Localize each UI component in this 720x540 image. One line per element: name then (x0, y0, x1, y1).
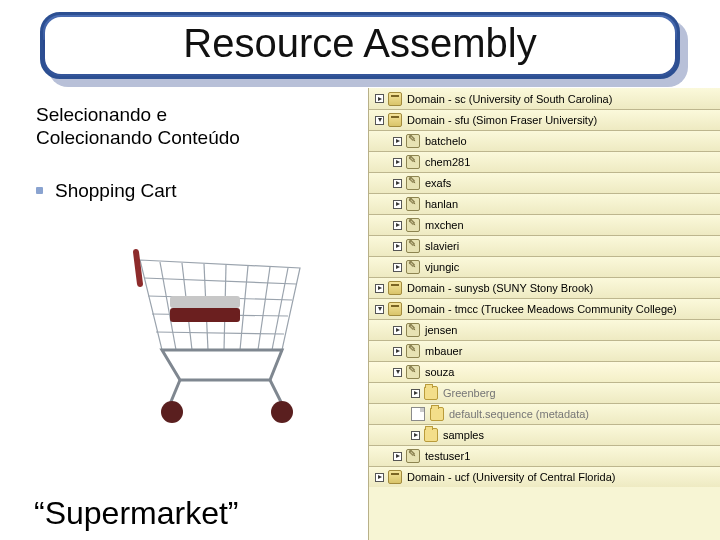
svg-point-15 (271, 401, 293, 423)
server-icon (388, 113, 402, 127)
expand-toggle[interactable] (375, 94, 384, 103)
subtitle-line-2: Colecionando Conteúdo (36, 127, 240, 148)
tree-label: samples (443, 429, 484, 441)
expand-toggle[interactable] (393, 158, 402, 167)
tree-label: Domain - sunysb (SUNY Stony Brook) (407, 282, 593, 294)
tree-label: Greenberg (443, 387, 496, 399)
svg-line-13 (270, 380, 282, 404)
tree-label: batchelo (425, 135, 467, 147)
tree-label: testuser1 (425, 450, 470, 462)
bullet-item: Shopping Cart (36, 180, 356, 202)
server-icon (388, 470, 402, 484)
expand-toggle[interactable] (393, 179, 402, 188)
tree-row-domain-sunysb[interactable]: Domain - sunysb (SUNY Stony Brook) (369, 277, 720, 298)
tree-label: jensen (425, 324, 457, 336)
tree-row-user-mxchen[interactable]: mxchen (369, 214, 720, 235)
tree-label: vjungic (425, 261, 459, 273)
tree-row-user-chem281[interactable]: chem281 (369, 151, 720, 172)
shopping-cart-image (110, 240, 330, 430)
tree-label: Domain - tmcc (Truckee Meadows Community… (407, 303, 677, 315)
expand-toggle[interactable] (411, 431, 420, 440)
folder-icon (430, 407, 444, 421)
folder-icon (424, 428, 438, 442)
tree-row-user-hanlan[interactable]: hanlan (369, 193, 720, 214)
resource-tree-panel: Domain - sc (University of South Carolin… (368, 88, 720, 540)
tree-row-item-default-sequence[interactable]: default.sequence (metadata) (369, 403, 720, 424)
tree-label: mbauer (425, 345, 462, 357)
subtitle-line-1: Selecionando e (36, 104, 167, 125)
user-icon (406, 239, 420, 253)
server-icon (388, 302, 402, 316)
user-icon (406, 134, 420, 148)
expand-toggle[interactable] (393, 452, 402, 461)
tree-row-domain-ucf[interactable]: Domain - ucf (University of Central Flor… (369, 466, 720, 487)
footer-quote: “Supermarket” (34, 495, 239, 532)
tree-row-user-vjungic[interactable]: vjungic (369, 256, 720, 277)
bullet-label: Shopping Cart (55, 180, 176, 202)
tree-row-folder-samples[interactable]: samples (369, 424, 720, 445)
user-icon (406, 197, 420, 211)
svg-line-6 (272, 268, 288, 350)
expand-toggle[interactable] (393, 326, 402, 335)
tree-label: hanlan (425, 198, 458, 210)
tree-label: exafs (425, 177, 451, 189)
slide-title: Resource Assembly (45, 21, 675, 66)
expand-toggle[interactable] (411, 389, 420, 398)
svg-line-12 (170, 380, 180, 404)
expand-toggle[interactable] (393, 221, 402, 230)
tree-label: mxchen (425, 219, 464, 231)
svg-point-14 (161, 401, 183, 423)
expand-toggle[interactable] (393, 368, 402, 377)
expand-toggle[interactable] (393, 137, 402, 146)
server-icon (388, 92, 402, 106)
tree-row-user-souza[interactable]: souza (369, 361, 720, 382)
user-icon (406, 218, 420, 232)
tree-label: default.sequence (metadata) (449, 408, 589, 420)
user-icon (406, 449, 420, 463)
expand-toggle[interactable] (375, 305, 384, 314)
user-icon (406, 155, 420, 169)
tree-label: Domain - sfu (Simon Fraser University) (407, 114, 597, 126)
title-frame: Resource Assembly (40, 12, 680, 79)
tree-row-user-jensen[interactable]: jensen (369, 319, 720, 340)
svg-rect-17 (170, 296, 240, 308)
server-icon (388, 281, 402, 295)
tree-label: souza (425, 366, 454, 378)
expand-toggle[interactable] (393, 200, 402, 209)
svg-rect-16 (170, 308, 240, 322)
left-content: Selecionando e Colecionando Conteúdo Sho… (36, 104, 356, 202)
title-banner: Resource Assembly (40, 12, 680, 79)
tree-label: chem281 (425, 156, 470, 168)
tree-row-user-exafs[interactable]: exafs (369, 172, 720, 193)
expand-toggle[interactable] (393, 263, 402, 272)
user-icon (406, 344, 420, 358)
user-icon (406, 323, 420, 337)
page-icon (411, 407, 425, 421)
expand-toggle[interactable] (393, 347, 402, 356)
user-icon (406, 365, 420, 379)
svg-line-5 (258, 267, 270, 350)
tree-row-domain-sc[interactable]: Domain - sc (University of South Carolin… (369, 88, 720, 109)
tree-label: slavieri (425, 240, 459, 252)
tree-row-user-testuser1[interactable]: testuser1 (369, 445, 720, 466)
tree-row-user-mbauer[interactable]: mbauer (369, 340, 720, 361)
expand-toggle[interactable] (393, 242, 402, 251)
expand-toggle[interactable] (375, 116, 384, 125)
bullet-marker (36, 187, 43, 194)
tree-row-user-slavieri[interactable]: slavieri (369, 235, 720, 256)
tree-row-domain-tmcc[interactable]: Domain - tmcc (Truckee Meadows Community… (369, 298, 720, 319)
tree-label: Domain - sc (University of South Carolin… (407, 93, 612, 105)
svg-line-4 (240, 266, 248, 350)
svg-line-7 (144, 278, 296, 284)
folder-icon (424, 386, 438, 400)
user-icon (406, 260, 420, 274)
expand-toggle[interactable] (375, 284, 384, 293)
tree-label: Domain - ucf (University of Central Flor… (407, 471, 615, 483)
tree-row-user-batchelo[interactable]: batchelo (369, 130, 720, 151)
user-icon (406, 176, 420, 190)
subtitle: Selecionando e Colecionando Conteúdo (36, 104, 356, 150)
expand-toggle[interactable] (375, 473, 384, 482)
tree-row-domain-sfu[interactable]: Domain - sfu (Simon Fraser University) (369, 109, 720, 130)
tree-row-folder-greenberg[interactable]: Greenberg (369, 382, 720, 403)
svg-line-10 (156, 332, 284, 334)
